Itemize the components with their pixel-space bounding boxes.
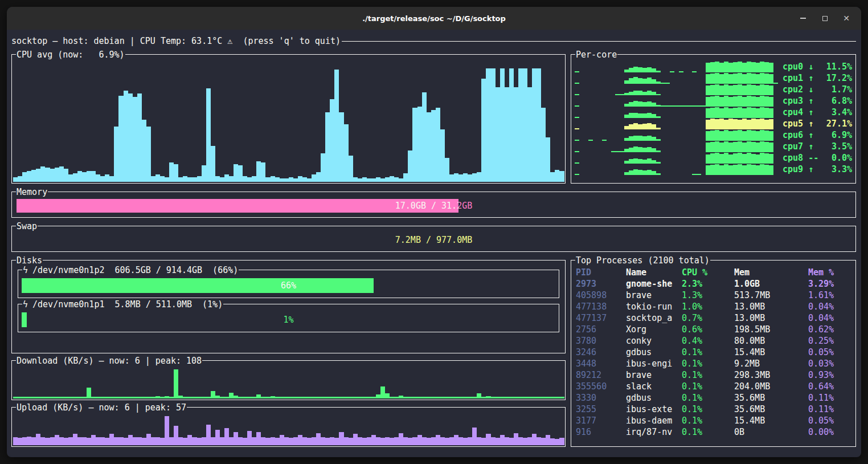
bar [178, 437, 183, 445]
bar [656, 82, 661, 84]
bar [36, 169, 40, 182]
bar [505, 437, 509, 445]
bar [289, 397, 293, 398]
bar [638, 124, 642, 130]
bar [642, 148, 647, 152]
bar [724, 120, 728, 129]
bar [367, 437, 371, 445]
bar [500, 397, 505, 398]
bar [701, 105, 706, 107]
bar [280, 397, 284, 398]
bar [394, 397, 399, 398]
process-cell: 298.3MB [734, 369, 808, 381]
bar [376, 394, 380, 398]
process-cell: 916 [576, 426, 626, 438]
disk-item-title: ϟ/dev/nvme0n1p1 5.8MB / 511.0MB (1%) [22, 299, 223, 310]
process-cell: 0B [734, 426, 808, 438]
bar [523, 438, 527, 445]
bar [656, 139, 661, 141]
bar [165, 396, 169, 398]
bar [514, 87, 518, 182]
bar [68, 174, 73, 182]
bar [706, 143, 710, 152]
bar [764, 62, 769, 72]
bar [385, 177, 390, 182]
process-cell: 0.05% [808, 415, 853, 426]
bar [633, 113, 638, 119]
bar [575, 71, 579, 72]
bar [87, 388, 91, 398]
bar [73, 173, 77, 182]
swap-bar-label-overflow: 7.2MB / 977.0MB [17, 233, 851, 247]
bar [334, 438, 339, 445]
bar [652, 92, 656, 95]
bar [408, 397, 412, 398]
bar [505, 397, 509, 398]
bar [165, 416, 169, 445]
bar [692, 174, 697, 175]
bar [100, 176, 105, 182]
process-cell: 0.7% [682, 312, 734, 324]
col-name: Name [626, 267, 682, 278]
bar [751, 96, 756, 107]
bar [764, 74, 769, 84]
bar [31, 397, 36, 398]
bar [238, 437, 243, 445]
bar [537, 68, 541, 182]
process-cell: 0.1% [682, 415, 734, 426]
bar [751, 74, 756, 84]
bar [532, 397, 537, 398]
bar [169, 162, 174, 182]
bar [559, 438, 564, 445]
process-cell: 198.5MB [734, 324, 808, 335]
bar [706, 154, 710, 164]
bar [647, 158, 652, 164]
bar [738, 164, 742, 175]
bar [385, 437, 390, 445]
bar [742, 154, 747, 164]
process-cell: 1.61% [808, 290, 853, 301]
bar [45, 168, 50, 182]
upload-panel: Upload (KB/s) — now: 6 | peak: 57 [11, 407, 566, 447]
bar [280, 435, 284, 445]
bar [59, 437, 64, 445]
process-row: 405898brave1.3%513.7MB1.61% [576, 290, 853, 301]
bar [728, 165, 733, 175]
bar [719, 131, 724, 141]
bar [751, 154, 756, 164]
close-button[interactable]: ✕ [840, 11, 853, 25]
bar [339, 112, 343, 182]
maximize-button[interactable] [818, 11, 832, 25]
bar [349, 156, 353, 182]
bar [719, 119, 724, 129]
bar [747, 120, 751, 129]
bar [764, 165, 769, 175]
bar [633, 146, 638, 152]
bar [344, 437, 349, 445]
bar [408, 150, 412, 182]
process-row: 3177ibus-daem0.1%15.4MB0.05% [576, 415, 853, 426]
bar [187, 397, 192, 398]
bar [146, 434, 151, 445]
bar [728, 108, 733, 118]
per-core-row: cpu2 ↓1.7% [575, 84, 852, 95]
bar [302, 437, 307, 445]
process-cell: 15.4MB [734, 415, 808, 426]
process-cell: 0.1% [682, 404, 734, 415]
process-table-body: 2973gnome-she2.3%1.0GB3.29%405898brave1.… [576, 278, 853, 438]
window-titlebar[interactable]: ./target/release/soc ~/D/G/socktop ✕ [7, 7, 861, 30]
bar [197, 397, 202, 398]
bar [312, 397, 316, 398]
minimize-button[interactable] [796, 11, 810, 25]
bar [683, 105, 688, 107]
bar [742, 143, 747, 152]
bar [243, 176, 247, 182]
bar [656, 71, 661, 72]
bar [312, 437, 316, 445]
bar [751, 62, 756, 72]
process-cell: 15.4MB [734, 347, 808, 358]
bar [652, 79, 656, 84]
bar [760, 141, 764, 152]
bar [555, 170, 559, 182]
bar [733, 62, 738, 72]
